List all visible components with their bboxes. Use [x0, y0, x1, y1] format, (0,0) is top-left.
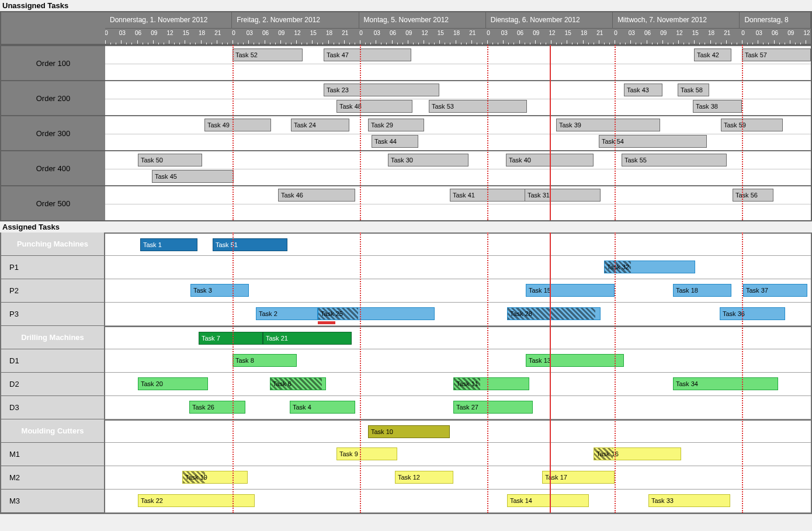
task-bar[interactable]: Task 4: [290, 401, 355, 414]
task-bar[interactable]: Task 47: [324, 48, 411, 61]
unassigned-section-title: Unassigned Tasks: [0, 0, 812, 11]
hour-tick-minor: [445, 43, 445, 44]
task-bar[interactable]: Task 21: [263, 332, 352, 345]
task-bar[interactable]: Task 50: [138, 154, 202, 166]
task-bar[interactable]: Task 37: [743, 284, 807, 297]
task-bar[interactable]: Task 10: [368, 425, 450, 438]
hour-label: 21: [596, 30, 604, 36]
hour-tick-minor: [577, 43, 578, 44]
machine-row: Task 22Task 14Task 33: [105, 490, 811, 513]
machine-group-label[interactable]: Drilling Machines: [1, 326, 105, 349]
task-bar[interactable]: Task 56: [733, 189, 773, 202]
task-bar[interactable]: Task 27: [453, 401, 533, 414]
task-bar[interactable]: Task 57: [742, 48, 811, 61]
hour-label: 03: [627, 30, 636, 36]
machine-group-label[interactable]: Punching Machines: [1, 232, 105, 256]
task-bar[interactable]: Task 46: [278, 189, 355, 202]
task-bar[interactable]: Task 58: [678, 84, 709, 96]
task-bar[interactable]: Task 55: [622, 154, 727, 166]
hour-label: 0: [484, 30, 492, 36]
task-bar[interactable]: Task 2: [256, 307, 318, 320]
task-bar[interactable]: Task 33: [648, 494, 730, 507]
machine-row-label[interactable]: P1: [1, 256, 105, 279]
task-bar[interactable]: Task 34: [673, 377, 778, 390]
machine-row-label[interactable]: D2: [1, 373, 105, 396]
task-bar[interactable]: Task 28: [507, 307, 601, 320]
hour-tick-minor: [286, 43, 286, 44]
task-bar[interactable]: Task 23: [324, 84, 439, 96]
task-bar[interactable]: Task 14: [507, 494, 589, 507]
task-bar[interactable]: Task 6: [270, 377, 326, 390]
timeline-day-cell: Donnerstag, 1. November 2012: [105, 12, 232, 28]
unassigned-right-column[interactable]: Donnerstag, 1. November 2012Freitag, 2. …: [105, 12, 811, 220]
task-bar[interactable]: Task 31: [525, 189, 601, 202]
task-bar[interactable]: Task 53: [429, 100, 527, 113]
hour-label: 09: [660, 30, 668, 36]
hour-tick-minor: [588, 43, 589, 44]
order-row-label[interactable]: Order 100: [1, 45, 105, 80]
task-bar[interactable]: Task 18: [673, 284, 731, 297]
machine-row-label[interactable]: P2: [1, 279, 105, 303]
order-row-label[interactable]: Order 400: [1, 150, 105, 185]
task-bar[interactable]: Task 9: [336, 447, 397, 460]
task-bar[interactable]: Task 16: [594, 447, 681, 460]
machine-row: Task 9Task 16: [105, 443, 811, 466]
task-bar[interactable]: Task 32: [604, 261, 695, 273]
hour-tick-minor: [800, 43, 801, 44]
task-bar[interactable]: Task 36: [720, 307, 785, 320]
task-bar[interactable]: Task 1: [140, 238, 197, 251]
order-row-label[interactable]: Order 300: [1, 115, 105, 150]
task-bar[interactable]: Task 59: [721, 119, 783, 131]
task-bar[interactable]: Task 11: [453, 377, 529, 390]
hour-label: 12: [293, 30, 301, 36]
machine-row-label[interactable]: M2: [1, 466, 105, 490]
task-bar[interactable]: Task 54: [599, 135, 707, 148]
hour-label: 0: [739, 30, 747, 36]
machine-row-label[interactable]: D1: [1, 349, 105, 373]
task-bar[interactable]: Task 20: [138, 377, 208, 390]
task-bar[interactable]: Task 44: [372, 135, 418, 148]
task-bar[interactable]: Task 17: [542, 471, 615, 484]
task-bar[interactable]: Task 49: [204, 119, 271, 131]
hour-label: 18: [198, 30, 206, 36]
order-row: Task 46Task 41Task 31Task 56: [105, 185, 811, 220]
order-row-label[interactable]: Order 200: [1, 80, 105, 115]
task-bar[interactable]: Task 38: [693, 100, 742, 113]
hour-tick: [265, 40, 265, 44]
hour-tick-minor: [604, 43, 605, 44]
task-bar[interactable]: Task 43: [624, 84, 662, 96]
task-bar[interactable]: Task 52: [233, 48, 303, 61]
task-bar[interactable]: Task 29: [368, 119, 424, 131]
task-bar[interactable]: Task 7: [199, 332, 263, 345]
task-bar[interactable]: Task 26: [189, 401, 245, 414]
assigned-right-column[interactable]: Task 1Task 51Task 32Task 3Task 15Task 18…: [105, 232, 811, 513]
hour-tick-minor: [540, 43, 541, 44]
order-row-label[interactable]: Order 500: [1, 185, 105, 220]
machine-row-label[interactable]: M3: [1, 490, 105, 513]
machine-row-label[interactable]: M1: [1, 443, 105, 466]
task-bar[interactable]: Task 25: [318, 307, 435, 320]
task-bar[interactable]: Task 24: [291, 119, 349, 131]
task-bar[interactable]: Task 51: [213, 238, 287, 251]
task-bar[interactable]: Task 15: [526, 284, 615, 297]
task-bar[interactable]: Task 22: [138, 494, 255, 507]
task-bar[interactable]: Task 12: [395, 471, 453, 484]
task-bar[interactable]: Task 13: [526, 354, 624, 367]
hour-tick: [408, 40, 408, 44]
task-bar[interactable]: Task 48: [336, 100, 412, 113]
task-bar[interactable]: Task 42: [694, 48, 731, 61]
task-bar[interactable]: Task 8: [233, 354, 297, 367]
task-bar[interactable]: Task 19: [182, 471, 248, 484]
task-bar[interactable]: Task 30: [388, 154, 469, 166]
task-bar[interactable]: Task 3: [190, 284, 249, 297]
task-bar[interactable]: Task 41: [450, 189, 527, 202]
machine-row-label[interactable]: P3: [1, 303, 105, 326]
machine-row: Task 26Task 4Task 27: [105, 396, 811, 419]
hour-tick-minor: [143, 43, 143, 44]
task-bar[interactable]: Task 39: [556, 119, 660, 131]
machine-group-label[interactable]: Moulding Cutters: [1, 419, 105, 443]
task-bar[interactable]: Task 45: [152, 170, 234, 183]
task-bar[interactable]: Task 40: [506, 154, 594, 166]
machine-row-label[interactable]: D3: [1, 396, 105, 419]
hour-label: 21: [469, 30, 477, 36]
